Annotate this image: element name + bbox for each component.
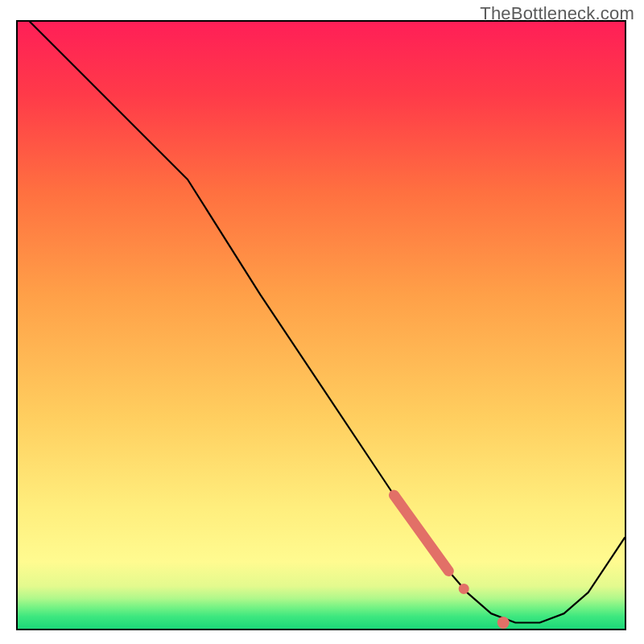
watermark-text: TheBottleneck.com: [480, 3, 634, 24]
bottleneck-chart: TheBottleneck.com: [0, 0, 644, 644]
highlighted-segment: [394, 495, 449, 571]
optimum-dot: [497, 617, 510, 629]
plot-foreground: [18, 22, 625, 629]
highlighted-dot-1: [459, 584, 469, 594]
bottleneck-curve: [30, 22, 625, 623]
plot-area: [16, 20, 626, 630]
